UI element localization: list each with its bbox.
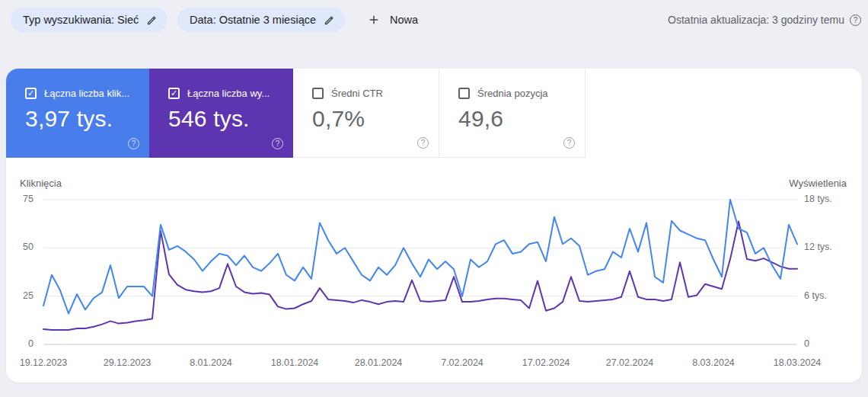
- axis-tick-label: 29.12.2023: [95, 357, 159, 368]
- metric-label: Łączna liczba wy...: [187, 88, 270, 99]
- edit-pencil-icon[interactable]: [146, 14, 158, 26]
- right-axis-title: Wyświetlenia: [789, 178, 847, 189]
- date-range-filter-chip[interactable]: Data: Ostatnie 3 miesiące: [177, 8, 345, 32]
- axis-tick-label: 17.02.2024: [514, 357, 578, 368]
- axis-tick-label: 0: [804, 338, 809, 349]
- axis-tick-label: 8.01.2024: [179, 357, 243, 368]
- new-filter-label: Nowa: [390, 14, 418, 26]
- axis-tick-label: 50: [6, 242, 34, 252]
- left-axis-title: Kliknięcia: [20, 178, 62, 189]
- checkbox-checked-icon[interactable]: ✓: [168, 88, 180, 99]
- metric-value: 546 tys.: [168, 106, 282, 132]
- metric-card-total-clicks[interactable]: ✓ Łączna liczba klik... 3,97 tys. ?: [6, 69, 149, 158]
- axis-tick-label: 75: [6, 194, 34, 204]
- axis-tick-label: 8.03.2024: [681, 357, 745, 368]
- axis-tick-label: 18.03.2024: [765, 357, 829, 368]
- axis-tick-label: 18 tys.: [804, 194, 832, 204]
- metric-value: 0,7%: [312, 106, 428, 132]
- axis-tick-label: 7.02.2024: [430, 357, 494, 368]
- axis-tick-label: 27.02.2024: [598, 357, 662, 368]
- help-icon[interactable]: ?: [850, 14, 861, 26]
- axis-tick-label: 0: [6, 338, 34, 349]
- axis-tick-label: 25: [6, 290, 34, 301]
- axis-tick-label: 18.01.2024: [263, 357, 327, 368]
- new-filter-button[interactable]: Nowa: [363, 8, 423, 32]
- axis-tick-label: 12 tys.: [804, 242, 832, 252]
- axis-tick-label: 6 tys.: [804, 290, 827, 301]
- search-type-filter-label: Typ wyszukiwania: Sieć: [23, 14, 139, 26]
- checkbox-unchecked-icon[interactable]: [312, 88, 324, 99]
- metric-label: Łączna liczba klik...: [44, 88, 129, 99]
- metric-value: 3,97 tys.: [25, 106, 139, 132]
- help-icon[interactable]: ?: [417, 137, 429, 149]
- help-icon[interactable]: ?: [272, 138, 283, 149]
- date-range-filter-label: Data: Ostatnie 3 miesiące: [190, 14, 316, 26]
- plus-icon: [368, 14, 380, 26]
- checkbox-checked-icon[interactable]: ✓: [25, 88, 37, 99]
- metric-card-average-ctr[interactable]: Średni CTR 0,7% ?: [293, 69, 439, 158]
- edit-pencil-icon[interactable]: [324, 14, 335, 26]
- metric-value: 49,6: [458, 106, 574, 132]
- performance-panel: ✓ Łączna liczba klik... 3,97 tys. ? ✓ Łą…: [6, 69, 862, 383]
- last-update-status: Ostatnia aktualizacja: 3 godziny temu ?: [668, 8, 861, 32]
- chart-plot-area[interactable]: [43, 200, 797, 344]
- help-icon[interactable]: ?: [563, 137, 575, 149]
- metric-card-average-position[interactable]: Średnia pozycja 49,6 ?: [439, 69, 586, 158]
- help-icon[interactable]: ?: [128, 138, 139, 149]
- checkbox-unchecked-icon[interactable]: [458, 88, 470, 99]
- axis-tick-label: 28.01.2024: [346, 357, 410, 368]
- metric-label: Średni CTR: [331, 88, 383, 99]
- filter-bar: Typ wyszukiwania: Sieć Data: Ostatnie 3 …: [0, 0, 868, 43]
- metric-label: Średnia pozycja: [477, 88, 548, 99]
- last-update-text: Ostatnia aktualizacja: 3 godziny temu: [668, 14, 844, 26]
- axis-tick-label: 19.12.2023: [11, 357, 75, 368]
- search-type-filter-chip[interactable]: Typ wyszukiwania: Sieć: [11, 8, 168, 32]
- metric-card-total-impressions[interactable]: ✓ Łączna liczba wy... 546 tys. ?: [149, 69, 293, 158]
